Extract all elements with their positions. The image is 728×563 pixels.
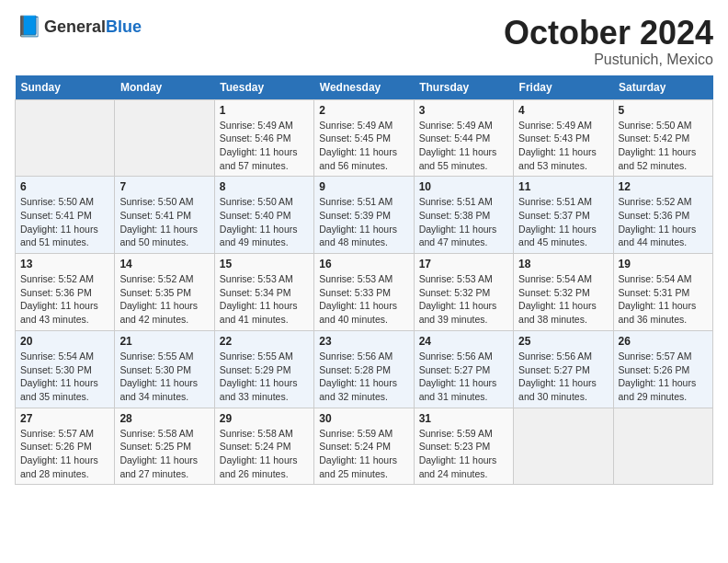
calendar-cell: 5Sunrise: 5:50 AMSunset: 5:42 PMDaylight… <box>613 99 712 177</box>
page-title: October 2024 <box>504 15 713 52</box>
day-number: 7 <box>119 180 209 193</box>
day-info: Sunrise: 5:49 AMSunset: 5:45 PMDaylight:… <box>319 119 408 173</box>
day-number: 24 <box>419 335 508 348</box>
day-number: 3 <box>419 104 508 117</box>
weekday-header-tuesday: Tuesday <box>214 75 313 100</box>
calendar-cell: 24Sunrise: 5:56 AMSunset: 5:27 PMDayligh… <box>414 330 513 408</box>
day-number: 28 <box>119 412 209 425</box>
day-info: Sunrise: 5:59 AMSunset: 5:23 PMDaylight:… <box>419 427 508 481</box>
day-number: 26 <box>619 335 708 348</box>
day-number: 11 <box>518 180 608 193</box>
day-number: 13 <box>20 258 109 270</box>
day-info: Sunrise: 5:50 AMSunset: 5:41 PMDaylight:… <box>119 195 209 249</box>
day-info: Sunrise: 5:53 AMSunset: 5:32 PMDaylight:… <box>419 272 508 327</box>
day-info: Sunrise: 5:57 AMSunset: 5:26 PMDaylight:… <box>20 427 109 481</box>
calendar-cell: 4Sunrise: 5:49 AMSunset: 5:43 PMDaylight… <box>514 99 613 177</box>
day-number: 18 <box>518 258 608 270</box>
day-info: Sunrise: 5:51 AMSunset: 5:38 PMDaylight:… <box>419 195 508 249</box>
day-number: 6 <box>20 180 109 193</box>
day-info: Sunrise: 5:56 AMSunset: 5:27 PMDaylight:… <box>419 350 508 404</box>
day-info: Sunrise: 5:49 AMSunset: 5:46 PMDaylight:… <box>220 119 309 173</box>
day-info: Sunrise: 5:50 AMSunset: 5:40 PMDaylight:… <box>220 195 309 249</box>
day-info: Sunrise: 5:50 AMSunset: 5:42 PMDaylight:… <box>619 119 708 173</box>
calendar-cell: 27Sunrise: 5:57 AMSunset: 5:26 PMDayligh… <box>16 408 115 485</box>
calendar-cell: 23Sunrise: 5:56 AMSunset: 5:28 PMDayligh… <box>314 330 414 408</box>
day-info: Sunrise: 5:52 AMSunset: 5:35 PMDaylight:… <box>119 272 209 327</box>
day-number: 4 <box>518 104 608 117</box>
calendar-cell: 12Sunrise: 5:52 AMSunset: 5:36 PMDayligh… <box>613 177 712 254</box>
calendar-table: SundayMondayTuesdayWednesdayThursdayFrid… <box>15 75 713 486</box>
calendar-cell: 11Sunrise: 5:51 AMSunset: 5:37 PMDayligh… <box>514 177 613 254</box>
calendar-cell: 9Sunrise: 5:51 AMSunset: 5:39 PMDaylight… <box>314 177 414 254</box>
calendar-week-row: 20Sunrise: 5:54 AMSunset: 5:30 PMDayligh… <box>16 330 713 408</box>
logo: 📘 GeneralBlue <box>15 15 142 40</box>
day-info: Sunrise: 5:54 AMSunset: 5:32 PMDaylight:… <box>518 272 608 327</box>
calendar-cell <box>16 99 115 177</box>
day-number: 23 <box>319 335 408 348</box>
day-info: Sunrise: 5:51 AMSunset: 5:39 PMDaylight:… <box>319 195 408 249</box>
calendar-cell: 2Sunrise: 5:49 AMSunset: 5:45 PMDaylight… <box>314 99 414 177</box>
day-number: 22 <box>220 335 309 348</box>
logo-icon: 📘 <box>15 15 40 40</box>
weekday-header-friday: Friday <box>514 75 613 100</box>
day-number: 27 <box>20 412 109 425</box>
day-info: Sunrise: 5:55 AMSunset: 5:29 PMDaylight:… <box>220 350 309 404</box>
calendar-cell: 7Sunrise: 5:50 AMSunset: 5:41 PMDaylight… <box>115 177 214 254</box>
calendar-week-row: 1Sunrise: 5:49 AMSunset: 5:46 PMDaylight… <box>16 99 713 177</box>
weekday-header-wednesday: Wednesday <box>314 75 414 100</box>
calendar-cell: 18Sunrise: 5:54 AMSunset: 5:32 PMDayligh… <box>514 254 613 331</box>
weekday-header-row: SundayMondayTuesdayWednesdayThursdayFrid… <box>16 75 713 100</box>
day-info: Sunrise: 5:49 AMSunset: 5:43 PMDaylight:… <box>518 119 608 173</box>
day-number: 2 <box>319 104 408 117</box>
day-number: 15 <box>220 258 309 270</box>
day-info: Sunrise: 5:54 AMSunset: 5:30 PMDaylight:… <box>20 350 109 404</box>
calendar-cell: 31Sunrise: 5:59 AMSunset: 5:23 PMDayligh… <box>414 408 513 485</box>
day-number: 8 <box>220 180 309 193</box>
calendar-cell: 21Sunrise: 5:55 AMSunset: 5:30 PMDayligh… <box>115 330 214 408</box>
day-info: Sunrise: 5:56 AMSunset: 5:28 PMDaylight:… <box>319 350 408 404</box>
day-info: Sunrise: 5:53 AMSunset: 5:33 PMDaylight:… <box>319 272 408 327</box>
day-number: 21 <box>119 335 209 348</box>
day-number: 25 <box>518 335 608 348</box>
calendar-cell: 26Sunrise: 5:57 AMSunset: 5:26 PMDayligh… <box>613 330 712 408</box>
title-block: October 2024 Pustunich, Mexico <box>504 15 713 68</box>
day-number: 9 <box>319 180 408 193</box>
page-header: 📘 GeneralBlue October 2024 Pustunich, Me… <box>15 15 713 68</box>
calendar-cell: 25Sunrise: 5:56 AMSunset: 5:27 PMDayligh… <box>514 330 613 408</box>
weekday-header-sunday: Sunday <box>16 75 115 100</box>
calendar-week-row: 6Sunrise: 5:50 AMSunset: 5:41 PMDaylight… <box>16 177 713 254</box>
day-info: Sunrise: 5:59 AMSunset: 5:24 PMDaylight:… <box>319 427 408 481</box>
weekday-header-thursday: Thursday <box>414 75 513 100</box>
calendar-cell <box>115 99 214 177</box>
calendar-cell: 3Sunrise: 5:49 AMSunset: 5:44 PMDaylight… <box>414 99 513 177</box>
calendar-cell <box>514 408 613 485</box>
svg-text:📘: 📘 <box>17 15 40 39</box>
day-number: 17 <box>419 258 508 270</box>
day-info: Sunrise: 5:51 AMSunset: 5:37 PMDaylight:… <box>518 195 608 249</box>
calendar-cell: 6Sunrise: 5:50 AMSunset: 5:41 PMDaylight… <box>16 177 115 254</box>
page-subtitle: Pustunich, Mexico <box>504 52 713 68</box>
day-number: 29 <box>220 412 309 425</box>
calendar-week-row: 27Sunrise: 5:57 AMSunset: 5:26 PMDayligh… <box>16 408 713 485</box>
logo-general-text: General <box>44 17 106 36</box>
day-info: Sunrise: 5:53 AMSunset: 5:34 PMDaylight:… <box>220 272 309 327</box>
calendar-week-row: 13Sunrise: 5:52 AMSunset: 5:36 PMDayligh… <box>16 254 713 331</box>
calendar-cell: 19Sunrise: 5:54 AMSunset: 5:31 PMDayligh… <box>613 254 712 331</box>
day-number: 19 <box>619 258 708 270</box>
day-number: 30 <box>319 412 408 425</box>
day-info: Sunrise: 5:58 AMSunset: 5:25 PMDaylight:… <box>119 427 209 481</box>
weekday-header-monday: Monday <box>115 75 214 100</box>
calendar-cell: 15Sunrise: 5:53 AMSunset: 5:34 PMDayligh… <box>214 254 313 331</box>
day-info: Sunrise: 5:54 AMSunset: 5:31 PMDaylight:… <box>619 272 708 327</box>
day-info: Sunrise: 5:58 AMSunset: 5:24 PMDaylight:… <box>220 427 309 481</box>
day-info: Sunrise: 5:57 AMSunset: 5:26 PMDaylight:… <box>619 350 708 404</box>
calendar-cell: 20Sunrise: 5:54 AMSunset: 5:30 PMDayligh… <box>16 330 115 408</box>
calendar-cell: 1Sunrise: 5:49 AMSunset: 5:46 PMDaylight… <box>214 99 313 177</box>
day-number: 20 <box>20 335 109 348</box>
day-number: 31 <box>419 412 508 425</box>
calendar-cell: 8Sunrise: 5:50 AMSunset: 5:40 PMDaylight… <box>214 177 313 254</box>
day-number: 10 <box>419 180 508 193</box>
calendar-cell: 14Sunrise: 5:52 AMSunset: 5:35 PMDayligh… <box>115 254 214 331</box>
logo-blue-text: Blue <box>106 17 142 36</box>
day-info: Sunrise: 5:50 AMSunset: 5:41 PMDaylight:… <box>20 195 109 249</box>
